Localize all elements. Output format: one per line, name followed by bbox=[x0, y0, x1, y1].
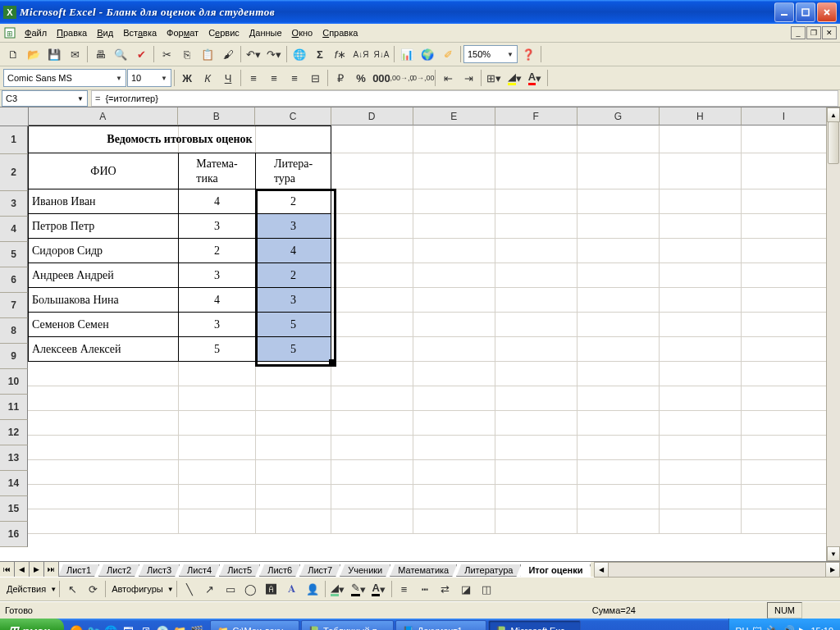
cell[interactable] bbox=[742, 411, 827, 436]
row-header[interactable]: 4 bbox=[0, 217, 28, 242]
cell[interactable] bbox=[331, 436, 413, 460]
italic-button[interactable]: К bbox=[198, 68, 217, 88]
comma-button[interactable]: 000 bbox=[372, 68, 391, 88]
align-right-button[interactable]: ≡ bbox=[285, 68, 304, 88]
menu-help[interactable]: Справка bbox=[317, 26, 363, 39]
cell[interactable] bbox=[413, 509, 495, 534]
row-header[interactable]: 3 bbox=[0, 191, 28, 217]
clock[interactable]: 15:19 bbox=[810, 626, 833, 630]
cell[interactable] bbox=[413, 313, 495, 337]
cell[interactable] bbox=[495, 485, 578, 509]
name-cell[interactable]: Семенов Семен bbox=[28, 313, 179, 337]
row-header[interactable]: 7 bbox=[0, 293, 28, 318]
column-header[interactable]: D bbox=[331, 107, 413, 126]
scroll-thumb[interactable] bbox=[828, 121, 839, 164]
sheet-tab[interactable]: Лист3 bbox=[139, 564, 180, 577]
cell[interactable] bbox=[660, 189, 742, 214]
row-header[interactable]: 6 bbox=[0, 267, 28, 293]
sheet-tab[interactable]: Литература bbox=[456, 564, 521, 577]
cell[interactable] bbox=[331, 509, 413, 534]
menu-view[interactable]: Вид bbox=[92, 26, 118, 39]
mdi-minimize-button[interactable]: _ bbox=[791, 26, 806, 39]
cell[interactable] bbox=[413, 411, 495, 436]
cell[interactable] bbox=[660, 153, 742, 189]
cell[interactable] bbox=[660, 214, 742, 239]
line-button[interactable]: ╲ bbox=[180, 579, 199, 599]
cell[interactable] bbox=[742, 153, 827, 189]
copy-button[interactable]: ⎘ bbox=[177, 44, 197, 64]
cell[interactable] bbox=[578, 288, 660, 313]
cell[interactable] bbox=[179, 436, 256, 460]
cell[interactable] bbox=[742, 337, 827, 362]
row-header[interactable]: 15 bbox=[0, 496, 28, 522]
lit-cell[interactable]: 5 bbox=[256, 313, 331, 337]
lit-cell[interactable]: 4 bbox=[256, 239, 331, 263]
cell[interactable] bbox=[413, 288, 495, 313]
math-cell[interactable]: 3 bbox=[179, 214, 256, 239]
row-header[interactable]: 11 bbox=[0, 395, 28, 420]
lit-cell[interactable]: 3 bbox=[256, 288, 331, 313]
taskbar-task[interactable]: 📗Microsoft Exc… bbox=[488, 620, 581, 630]
cell[interactable] bbox=[331, 362, 413, 386]
hyperlink-button[interactable]: 🌐 bbox=[290, 44, 309, 64]
scroll-right-button[interactable]: ▶ bbox=[825, 563, 839, 577]
cell[interactable] bbox=[742, 214, 827, 239]
cell[interactable] bbox=[28, 509, 179, 534]
new-button[interactable]: 🗋 bbox=[3, 44, 23, 64]
cell[interactable] bbox=[660, 337, 742, 362]
column-header[interactable]: I bbox=[742, 107, 827, 126]
cell[interactable] bbox=[495, 386, 578, 411]
cell[interactable] bbox=[495, 460, 578, 485]
font-color-draw-button[interactable]: A▾ bbox=[369, 579, 389, 599]
horizontal-scrollbar[interactable]: ◀ ▶ bbox=[594, 562, 840, 578]
oval-button[interactable]: ◯ bbox=[241, 579, 261, 599]
math-cell[interactable]: 4 bbox=[179, 288, 256, 313]
textbox-button[interactable]: 🅰 bbox=[262, 579, 281, 599]
taskbar-task[interactable]: 📗Табличный п… bbox=[301, 620, 394, 630]
cell[interactable] bbox=[578, 263, 660, 288]
cell[interactable] bbox=[742, 436, 827, 460]
cell[interactable] bbox=[495, 337, 578, 362]
paste-button[interactable]: 📋 bbox=[198, 44, 217, 64]
cell[interactable] bbox=[28, 460, 179, 485]
font-color-button[interactable]: A▾ bbox=[525, 68, 545, 88]
cell[interactable] bbox=[331, 239, 413, 263]
math-cell[interactable]: 2 bbox=[179, 239, 256, 263]
rectangle-button[interactable]: ▭ bbox=[221, 579, 240, 599]
cell[interactable] bbox=[331, 337, 413, 362]
cell[interactable] bbox=[742, 485, 827, 509]
cell[interactable] bbox=[179, 509, 256, 534]
cell[interactable] bbox=[331, 153, 413, 189]
sheet-tab[interactable]: Лист7 bbox=[299, 564, 340, 577]
borders-button[interactable]: ⊞▾ bbox=[484, 68, 504, 88]
cell[interactable] bbox=[413, 362, 495, 386]
cell[interactable] bbox=[28, 386, 179, 411]
align-left-button[interactable]: ≡ bbox=[244, 68, 263, 88]
menu-format[interactable]: Формат bbox=[162, 26, 203, 39]
scroll-up-button[interactable]: ▲ bbox=[827, 107, 840, 122]
cell[interactable] bbox=[495, 189, 578, 214]
cell[interactable] bbox=[742, 460, 827, 485]
cell[interactable] bbox=[578, 153, 660, 189]
autosum-button[interactable]: Σ bbox=[310, 44, 330, 64]
align-center-button[interactable]: ≡ bbox=[264, 68, 284, 88]
cell[interactable] bbox=[660, 126, 742, 153]
cell[interactable] bbox=[495, 313, 578, 337]
print-button[interactable]: 🖶 bbox=[90, 44, 110, 64]
cell[interactable] bbox=[413, 386, 495, 411]
name-cell[interactable]: Андреев Андрей bbox=[28, 263, 179, 288]
font-combo[interactable]: Comic Sans MS▼ bbox=[3, 69, 126, 87]
cell[interactable] bbox=[578, 485, 660, 509]
menu-data[interactable]: Данные bbox=[244, 26, 287, 39]
column-header[interactable]: G bbox=[578, 107, 660, 126]
row-header[interactable]: 2 bbox=[0, 154, 28, 191]
email-button[interactable]: ✉ bbox=[65, 44, 84, 64]
menu-edit[interactable]: Правка bbox=[52, 26, 92, 39]
merge-center-button[interactable]: ⊟ bbox=[305, 68, 325, 88]
select-objects-button[interactable]: ↖ bbox=[62, 579, 82, 599]
spreadsheet-grid[interactable]: ABCDEFGHI 12345678910111213141516 Ведомо… bbox=[0, 107, 840, 561]
cell[interactable] bbox=[413, 189, 495, 214]
header-lit[interactable]: Литера-тура bbox=[256, 153, 331, 189]
ql-icon[interactable]: 🌐 bbox=[103, 622, 118, 630]
row-header[interactable]: 14 bbox=[0, 471, 28, 496]
